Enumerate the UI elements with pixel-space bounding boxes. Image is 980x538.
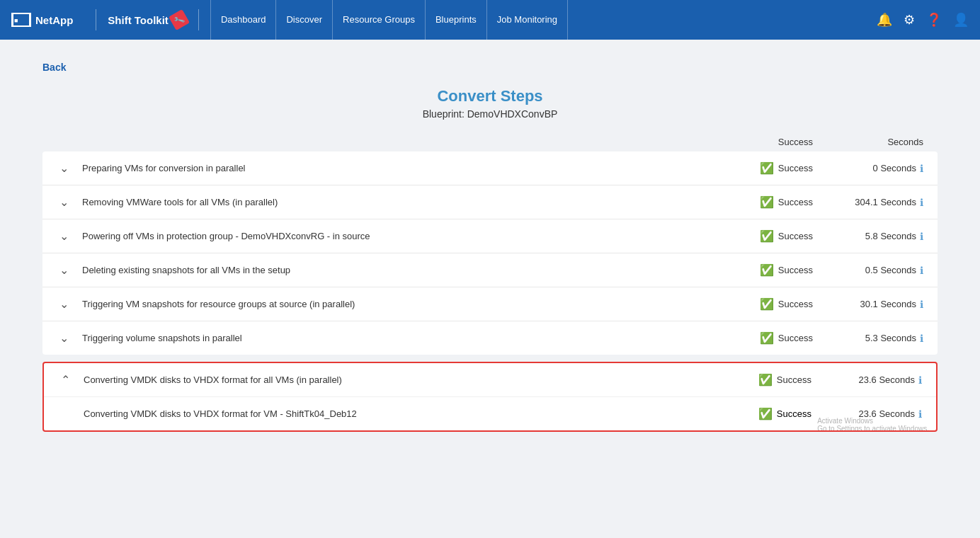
table-row: ⌄ Preparing VMs for conversion in parall… <box>42 151 938 185</box>
info-icon-2[interactable]: ℹ <box>920 197 923 208</box>
info-icon-6[interactable]: ℹ <box>920 333 923 344</box>
table-row: ⌄ Triggering VM snapshots for resource g… <box>42 287 938 321</box>
netapp-logo-icon: ■ <box>11 13 31 27</box>
nav-divider-1 <box>96 9 96 30</box>
info-icon-1[interactable]: ℹ <box>920 163 923 174</box>
steps-table: ⌄ Preparing VMs for conversion in parall… <box>42 151 938 355</box>
col-header-spacer <box>82 137 724 147</box>
main-content: Back Convert Steps Blueprint: DemoVHDXCo… <box>0 40 980 538</box>
step-seconds-value-4: 0.5 Seconds <box>865 265 916 275</box>
step-seconds-4: 0.5 Seconds ℹ <box>824 265 923 276</box>
page-title: Convert Steps <box>42 87 938 105</box>
watermark-line2: Go to Settings to activate Windows. <box>817 425 929 433</box>
step-toggle-5[interactable]: ⌄ <box>57 297 71 311</box>
highlighted-step-section: ⌃ Converting VMDK disks to VHDX format f… <box>42 362 938 432</box>
highlighted-step-seconds-value: 23.6 Seconds <box>858 374 915 385</box>
success-icon-5: ✅ <box>760 297 774 311</box>
nav-blueprints[interactable]: Blueprints <box>426 0 487 40</box>
step-toggle-2[interactable]: ⌄ <box>57 195 71 209</box>
user-icon[interactable]: 👤 <box>953 12 969 28</box>
info-icon-4[interactable]: ℹ <box>920 265 923 276</box>
step-seconds-2: 304.1 Seconds ℹ <box>824 197 923 208</box>
step-seconds-value-6: 5.3 Seconds <box>865 333 916 343</box>
step-status-1: ✅ Success <box>735 161 813 175</box>
highlighted-step-status-label: Success <box>777 374 811 385</box>
step-toggle-4[interactable]: ⌄ <box>57 263 71 277</box>
success-icon-3: ✅ <box>760 229 774 243</box>
svg-text:■: ■ <box>14 17 18 24</box>
step-seconds-value-1: 0 Seconds <box>873 163 916 173</box>
col-header-seconds: Seconds <box>824 137 923 147</box>
gear-icon[interactable]: ⚙ <box>904 12 915 28</box>
step-seconds-value-3: 5.8 Seconds <box>865 231 916 241</box>
step-seconds-5: 30.1 Seconds ℹ <box>824 299 923 310</box>
netapp-logo: ■ NetApp <box>11 13 73 27</box>
highlighted-step-seconds: 23.6 Seconds ℹ <box>823 374 922 386</box>
highlighted-step-status: ✅ Success <box>734 373 811 387</box>
table-row: ⌄ Removing VMWare tools for all VMs (in … <box>42 185 938 219</box>
success-icon-sub: ✅ <box>758 407 773 420</box>
step-seconds-3: 5.8 Seconds ℹ <box>824 231 923 242</box>
sub-step-seconds: 23.6 Seconds ℹ Activate Windows Go to Se… <box>823 408 922 420</box>
back-link[interactable]: Back <box>42 62 66 73</box>
col-header-success: Success <box>735 137 813 147</box>
nav-divider-2 <box>198 9 199 30</box>
step-name-6: Triggering volume snapshots in parallel <box>82 333 724 343</box>
success-icon-1: ✅ <box>760 161 774 175</box>
step-name-5: Triggering VM snapshots for resource gro… <box>82 299 724 309</box>
highlighted-step-row: ⌃ Converting VMDK disks to VHDX format f… <box>44 363 936 396</box>
highlighted-step-name: Converting VMDK disks to VHDX format for… <box>84 374 722 385</box>
step-toggle-highlighted[interactable]: ⌃ <box>58 373 72 387</box>
step-name-3: Powering off VMs in protection group - D… <box>82 231 724 241</box>
step-toggle-6[interactable]: ⌄ <box>57 331 71 345</box>
success-icon-4: ✅ <box>760 263 774 277</box>
page-subtitle: Blueprint: DemoVHDXConvBP <box>42 108 938 120</box>
step-status-5: ✅ Success <box>735 297 813 311</box>
info-icon-sub[interactable]: ℹ <box>918 408 922 420</box>
step-name-1: Preparing VMs for conversion in parallel <box>82 163 724 173</box>
step-status-3: ✅ Success <box>735 229 813 243</box>
nav-job-monitoring[interactable]: Job Monitoring <box>487 0 568 40</box>
info-icon-highlighted[interactable]: ℹ <box>918 374 922 386</box>
step-name-4: Deleting existing snapshots for all VMs … <box>82 265 724 275</box>
step-seconds-6: 5.3 Seconds ℹ <box>824 333 923 344</box>
step-status-label-6: Success <box>778 333 813 343</box>
info-icon-3[interactable]: ℹ <box>920 231 923 242</box>
toolkit-text: Shift Toolkit <box>108 14 169 26</box>
sub-step-status: ✅ Success <box>734 407 811 420</box>
navbar: ■ NetApp Shift Toolkit 🔧 Dashboard Disco… <box>0 0 980 40</box>
toolkit-icon: 🔧 <box>169 9 190 30</box>
sub-step-row: Converting VMDK disks to VHDX format for… <box>44 396 936 430</box>
table-headers: Success Seconds <box>42 137 938 151</box>
table-row: ⌄ Powering off VMs in protection group -… <box>42 219 938 253</box>
sub-step-name: Converting VMDK disks to VHDX format for… <box>84 408 722 419</box>
nav-discover[interactable]: Discover <box>276 0 333 40</box>
notification-icon[interactable]: 🔔 <box>877 12 892 28</box>
success-icon-6: ✅ <box>760 331 774 345</box>
step-seconds-value-2: 304.1 Seconds <box>855 197 916 207</box>
table-row: ⌄ Deleting existing snapshots for all VM… <box>42 253 938 287</box>
step-status-label-5: Success <box>778 299 813 309</box>
nav-resource-groups[interactable]: Resource Groups <box>333 0 426 40</box>
success-icon-highlighted: ✅ <box>758 373 773 387</box>
success-icon-2: ✅ <box>760 195 774 209</box>
step-status-label-4: Success <box>778 265 813 275</box>
info-icon-5[interactable]: ℹ <box>920 299 923 310</box>
nav-links: Dashboard Discover Resource Groups Bluep… <box>210 0 877 40</box>
step-status-label-3: Success <box>778 231 813 241</box>
step-status-2: ✅ Success <box>735 195 813 209</box>
step-status-label-1: Success <box>778 163 813 173</box>
sub-step-status-label: Success <box>777 408 811 419</box>
table-row: ⌄ Triggering volume snapshots in paralle… <box>42 321 938 355</box>
help-icon[interactable]: ❓ <box>926 12 942 28</box>
step-status-6: ✅ Success <box>735 331 813 345</box>
nav-dashboard[interactable]: Dashboard <box>210 0 277 40</box>
step-toggle-1[interactable]: ⌄ <box>57 161 71 175</box>
step-toggle-3[interactable]: ⌄ <box>57 229 71 243</box>
step-status-label-2: Success <box>778 197 813 207</box>
shift-toolkit-label: Shift Toolkit 🔧 <box>108 12 187 28</box>
step-status-4: ✅ Success <box>735 263 813 277</box>
nav-icon-group: 🔔 ⚙ ❓ 👤 <box>877 12 969 28</box>
step-seconds-1: 0 Seconds ℹ <box>824 163 923 174</box>
netapp-brand-label: NetApp <box>35 14 73 26</box>
